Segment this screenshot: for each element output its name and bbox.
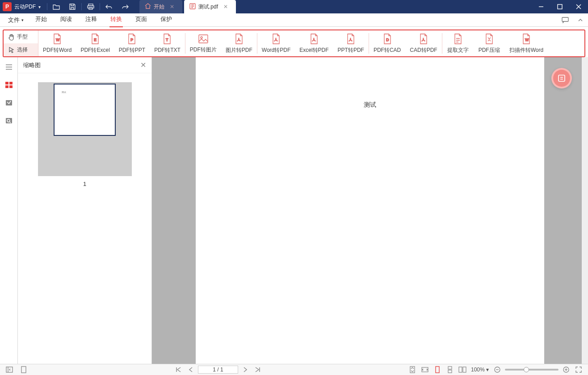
ribbon-img2pdf[interactable]: 人图片转PDF [221,30,257,56]
tab-home[interactable]: 开始 ✕ [139,0,182,13]
svg-rect-29 [6,100,12,105]
page-input[interactable]: 1 / 1 [198,366,238,374]
menu-保护[interactable]: 保护 [160,15,172,25]
menu-阅读[interactable]: 阅读 [60,15,72,25]
svg-text:T: T [166,38,168,42]
scrollbar[interactable] [582,57,588,364]
close-icon[interactable]: ✕ [223,4,228,10]
menu-注释[interactable]: 注释 [85,15,97,25]
minimize-button[interactable] [532,0,550,13]
prev-page-button[interactable] [185,365,196,374]
document-area[interactable]: 测试 [152,57,588,364]
svg-rect-27 [5,85,8,88]
fit-page-icon[interactable] [407,365,417,374]
thumbnails-header: 缩略图 ✕ [18,57,151,73]
ribbon-pdf2img[interactable]: PDF转图片 [185,30,221,56]
save-icon[interactable] [64,0,80,13]
menu-开始[interactable]: 开始 [35,15,47,25]
svg-rect-3 [190,4,195,9]
maximize-button[interactable] [550,0,569,13]
svg-rect-39 [410,367,415,373]
outline-icon[interactable] [3,61,15,73]
two-page-icon[interactable] [458,365,467,374]
svg-rect-2 [89,8,92,9]
tab-document-label: 测试.pdf [198,3,218,11]
menu-页面[interactable]: 页面 [135,15,147,25]
svg-rect-42 [448,367,452,369]
undo-icon[interactable] [101,0,117,13]
sep [81,3,82,10]
svg-rect-40 [422,367,428,372]
svg-text:人: 人 [421,38,425,42]
window-controls [532,0,588,13]
svg-text:P: P [130,38,133,42]
close-icon[interactable]: ✕ [170,4,174,10]
svg-text:人: 人 [349,38,353,42]
last-page-button[interactable] [252,365,263,374]
tab-document[interactable]: 测试.pdf ✕ [184,0,236,13]
menu-file[interactable]: 文件▾ [8,16,24,24]
redo-icon[interactable] [117,0,133,13]
svg-rect-13 [199,35,208,43]
ribbon-pdf2txt[interactable]: TPDF转TXT [150,30,185,56]
zoom-slider[interactable] [505,369,559,371]
left-panel-toggle-icon[interactable] [4,365,14,374]
ribbon-scan2word[interactable]: W扫描件转Word [505,30,548,56]
fit-width-icon[interactable] [420,365,430,374]
annotations-icon[interactable] [3,97,15,109]
collapse-ribbon-icon[interactable] [573,13,588,27]
open-icon[interactable] [48,0,64,13]
floating-action-button[interactable] [551,68,572,88]
next-page-button[interactable] [240,365,251,374]
close-icon[interactable]: ✕ [140,61,146,69]
menu-转换[interactable]: 转换 [110,15,122,25]
page: 测试 [196,57,544,364]
sep [47,3,47,10]
ribbon-excel2pdf[interactable]: 人Excel转PDF [295,30,333,56]
select-tool[interactable]: 选择 [4,43,38,56]
ribbon-pdf2excel[interactable]: EPDF转Excel [76,30,114,56]
svg-text:D: D [386,38,389,42]
ribbon-cad2pdf[interactable]: 人CAD转PDF [405,30,441,56]
zoom-out-button[interactable] [492,365,502,374]
cursor-mode: 手型 选择 [4,30,38,56]
first-page-button[interactable] [173,365,184,374]
svg-text:E: E [94,38,97,42]
feedback-icon[interactable] [558,13,573,27]
svg-rect-0 [88,4,93,6]
side-icon-bar [0,57,18,364]
ribbon-ppt2pdf[interactable]: 人PPT转PDF [333,30,369,56]
app-logo: P [3,2,12,11]
fullscreen-icon[interactable] [574,365,584,374]
svg-rect-44 [459,367,462,372]
thumbnail-page-number: 1 [83,181,86,187]
hand-tool[interactable]: 手型 [4,30,38,43]
svg-rect-45 [463,367,466,372]
ribbon-word2pdf[interactable]: 人Word转PDF [257,30,295,56]
print-icon[interactable] [83,0,99,13]
app-name: 云动PDF [14,3,36,11]
svg-text:人: 人 [237,38,241,42]
single-page-icon[interactable] [433,365,442,374]
ribbon-compress[interactable]: PDF压缩 [474,30,505,56]
ribbon-extract[interactable]: 提取文字 [442,30,474,56]
svg-line-6 [576,4,581,9]
app-menu-caret[interactable]: ▾ [38,4,41,9]
page-thumb-icon[interactable] [19,365,29,374]
svg-text:人: 人 [274,38,278,42]
zoom-label[interactable]: 100% ▾ [471,367,489,373]
search-icon[interactable] [3,114,15,127]
thumbnails-icon[interactable] [3,79,15,91]
ribbon-pdf2cad[interactable]: DPDF转CAD [369,30,405,56]
ribbon-pdf2ppt[interactable]: PPDF转PPT [114,30,150,56]
svg-rect-1 [88,6,94,8]
thumbnail-item[interactable]: 测试 1 [38,82,132,187]
svg-rect-43 [448,370,452,373]
zoom-in-button[interactable] [561,365,571,374]
continuous-icon[interactable] [445,365,455,374]
svg-point-31 [7,119,10,122]
page-navigator: 1 / 1 [29,365,407,374]
ribbon-pdf2word[interactable]: WPDF转Word [38,30,76,56]
close-button[interactable] [569,0,588,13]
svg-rect-25 [5,82,8,84]
